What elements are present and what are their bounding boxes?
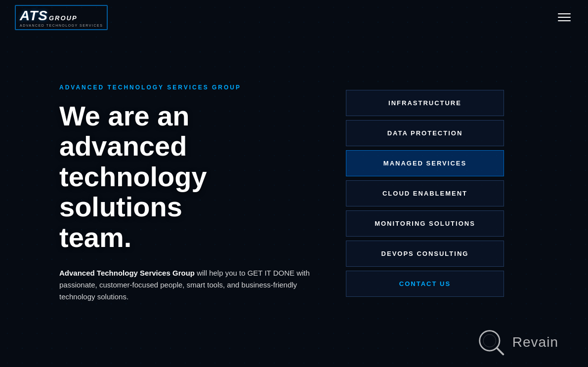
nav-button-data-protection[interactable]: DATA PROTECTION <box>346 120 504 146</box>
logo-subtitle: ADVANCED TECHNOLOGY SERVICES <box>20 24 103 27</box>
hero-description-bold: Advanced Technology Services Group <box>59 269 195 277</box>
hero-left-panel: ADVANCED TECHNOLOGY SERVICES GROUP We ar… <box>0 35 346 333</box>
nav-button-infrastructure[interactable]: INFRASTRUCTURE <box>346 90 504 116</box>
hero-title-line1: We are an advanced <box>59 100 190 162</box>
logo[interactable]: ATS GROUP ADVANCED TECHNOLOGY SERVICES <box>15 5 108 30</box>
hero-title: We are an advanced technology solutions … <box>59 101 316 253</box>
nav-button-devops-consulting[interactable]: DEVOPS CONSULTING <box>346 241 504 267</box>
nav-button-cloud-enablement[interactable]: CLOUD ENABLEMENT <box>346 180 504 206</box>
hamburger-line-2 <box>558 17 571 18</box>
svg-line-1 <box>497 348 504 354</box>
hero-title-line2: technology solutions <box>59 161 207 223</box>
hero-title-line3: team. <box>59 222 131 253</box>
revain-text: Revain <box>512 334 558 350</box>
logo-group: GROUP <box>49 14 78 22</box>
revain-icon <box>477 327 506 357</box>
hamburger-line-1 <box>558 13 571 14</box>
site-header: ATS GROUP ADVANCED TECHNOLOGY SERVICES <box>0 0 588 35</box>
nav-button-contact-us[interactable]: CONTACT US <box>346 271 504 297</box>
hamburger-menu-button[interactable] <box>555 11 573 24</box>
nav-buttons-panel: INFRASTRUCTUREDATA PROTECTIONMANAGED SER… <box>346 90 504 297</box>
hero-description: Advanced Technology Services Group will … <box>59 267 316 303</box>
logo-ats: ATS <box>20 8 48 24</box>
hero-subtitle-tag: ADVANCED TECHNOLOGY SERVICES GROUP <box>59 84 316 91</box>
revain-badge[interactable]: Revain <box>477 327 558 357</box>
nav-button-monitoring-solutions[interactable]: MONITORING SOLUTIONS <box>346 210 504 237</box>
hamburger-line-3 <box>558 20 571 21</box>
main-content: ADVANCED TECHNOLOGY SERVICES GROUP We ar… <box>0 0 588 367</box>
svg-point-2 <box>483 334 496 347</box>
nav-button-managed-services[interactable]: MANAGED SERVICES <box>346 150 504 176</box>
